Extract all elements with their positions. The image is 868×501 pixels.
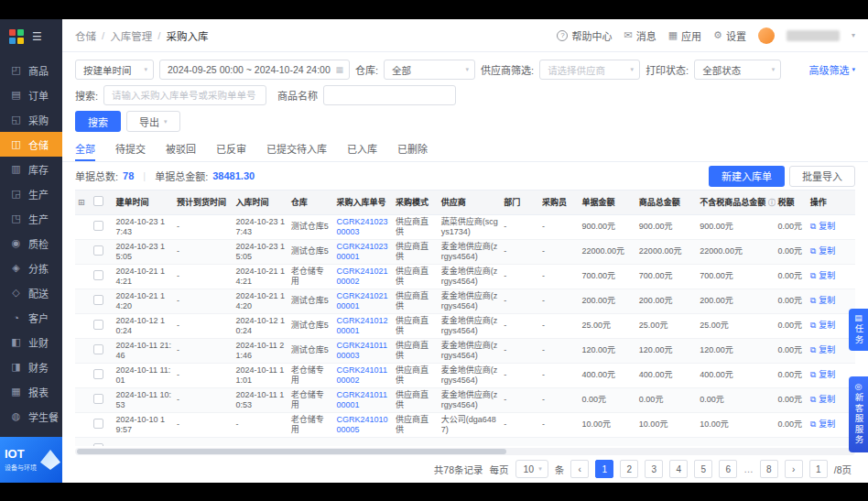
copy-button[interactable]: ⧉复制 (810, 321, 835, 331)
page-button-5[interactable]: 5 (694, 460, 712, 478)
avatar[interactable] (758, 27, 775, 44)
sidebar-item-8[interactable]: ◈分拣 (0, 256, 62, 280)
sidebar-item-5[interactable]: ◲生产 (0, 181, 62, 206)
tab-4[interactable]: 已提交待入库 (266, 137, 327, 161)
advanced-filter-toggle[interactable]: 高级筛选▾ (808, 62, 855, 77)
customer-service-tab[interactable]: ◎ 新客服服务 (849, 376, 868, 452)
sidebar-item-12[interactable]: ◨财务 (0, 354, 62, 379)
copy-button[interactable]: ⧉复制 (810, 345, 835, 355)
row-checkbox[interactable] (93, 369, 103, 379)
inbound-order-link[interactable]: CGRK24102300001 (337, 242, 388, 261)
sidebar-item-0[interactable]: ◰商品 (0, 58, 62, 82)
row-checkbox[interactable] (93, 394, 103, 404)
copy-button[interactable]: ⧉复制 (810, 271, 835, 281)
sidebar-item-14[interactable]: ◍学生餐 (0, 404, 62, 429)
next-page-button[interactable]: › (785, 460, 803, 478)
inbound-order-link[interactable]: CGRK241010 (337, 444, 388, 446)
export-button[interactable]: 导出▾ (126, 111, 180, 132)
apps-button[interactable]: ▦ 应用 (668, 28, 701, 43)
messages-button[interactable]: ✉ 消息 (624, 28, 656, 43)
copy-button[interactable]: ⧉复制 (810, 395, 835, 405)
select-all-checkbox[interactable] (93, 196, 103, 206)
inbound-order-link[interactable]: CGRK24102300003 (337, 217, 388, 236)
tab-6[interactable]: 已删除 (397, 137, 428, 161)
tab-0[interactable]: 全部 (75, 137, 95, 161)
table-row: 2024-10-11 11:01-2024-10-11 11:01老仓储专用CG… (75, 363, 855, 387)
supplier-select[interactable]: 请选择供应商▾ (539, 60, 640, 80)
page-button-4[interactable]: 4 (669, 460, 688, 478)
main-area: 仓储 / 入库管理 / 采购入库 ? 帮助中心 ✉ 消息 ▦ 应用 (62, 19, 868, 483)
row-checkbox[interactable] (93, 221, 103, 231)
sidebar-item-3[interactable]: ◫仓储 (0, 132, 62, 157)
warehouse-select[interactable]: 全部▾ (384, 60, 475, 80)
letterbox-top (0, 0, 868, 19)
sidebar-item-10[interactable]: ◔客户 (0, 305, 62, 330)
sidebar-item-11[interactable]: ◧业财 (0, 330, 62, 354)
inbound-order-link[interactable]: CGRK24101100002 (337, 365, 387, 385)
page-button-1[interactable]: 1 (595, 460, 613, 478)
tab-1[interactable]: 待提交 (115, 137, 146, 161)
scrollbar-thumb[interactable] (77, 449, 506, 454)
row-checkbox[interactable] (93, 245, 103, 256)
task-panel-tab[interactable]: ▤ 任务 (849, 309, 868, 351)
inbound-order-link[interactable]: CGRK24102100002 (337, 267, 388, 286)
tab-3[interactable]: 已反审 (216, 137, 246, 161)
row-checkbox[interactable] (93, 320, 103, 330)
warehouse-label: 仓库: (355, 62, 378, 77)
print-status-select[interactable]: 全部状态▾ (694, 60, 781, 80)
tab-5[interactable]: 已入库 (347, 137, 377, 161)
sidebar-item-7[interactable]: ◉质检 (0, 231, 62, 256)
task-icon: ▤ (854, 313, 863, 322)
finance-icon: ◨ (10, 361, 22, 373)
settings-button[interactable]: ⚙ 设置 (713, 28, 746, 43)
copy-button[interactable]: ⧉复制 (810, 246, 835, 256)
inventory-icon: ▥ (10, 163, 22, 175)
row-checkbox[interactable] (93, 344, 103, 354)
search-button[interactable]: 搜索 (75, 111, 121, 132)
inbound-order-link[interactable]: CGRK24101200001 (337, 316, 388, 335)
page-jump-input[interactable]: 1 (809, 460, 828, 478)
sidebar-item-13[interactable]: ▦报表 (0, 379, 62, 404)
inbound-order-link[interactable]: CGRK24101000005 (337, 415, 388, 434)
page-button-3[interactable]: 3 (645, 460, 663, 478)
page-button-8[interactable]: 8 (760, 460, 778, 478)
bulk-import-button[interactable]: 批量导入 (789, 166, 855, 187)
tab-2[interactable]: 被驳回 (166, 137, 196, 161)
sidebar-item-4[interactable]: ▥库存 (0, 157, 62, 181)
sidebar-item-6[interactable]: ◳生产 (0, 206, 62, 231)
help-center-button[interactable]: ? 帮助中心 (557, 28, 612, 43)
copy-button[interactable]: ⧉复制 (810, 222, 835, 232)
time-field-select[interactable]: 按建单时间▾ (75, 60, 154, 80)
user-menu-caret-icon[interactable]: ▾ (852, 31, 855, 39)
row-checkbox[interactable] (93, 270, 103, 280)
breadcrumb-root[interactable]: 仓储 (75, 28, 96, 43)
prev-page-button[interactable]: ‹ (570, 460, 589, 478)
sidebar-item-1[interactable]: ▤订单 (0, 82, 62, 107)
chevron-down-icon: ▾ (631, 66, 635, 73)
row-checkbox[interactable] (93, 419, 103, 429)
page-size-select[interactable]: 10▾ (515, 460, 548, 478)
menu-toggle-icon[interactable]: ☰ (32, 30, 42, 43)
iot-banner[interactable]: IOT 设备与环境 (0, 437, 62, 483)
row-checkbox[interactable] (93, 443, 103, 446)
page-button-2[interactable]: 2 (620, 460, 638, 478)
horizontal-scrollbar[interactable] (75, 448, 855, 455)
inbound-order-link[interactable]: CGRK24102100001 (337, 291, 388, 310)
sidebar-item-2[interactable]: ◱采购 (0, 107, 62, 132)
inbound-order-link[interactable]: CGRK24101100003 (337, 341, 387, 360)
header-actions: ? 帮助中心 ✉ 消息 ▦ 应用 ⚙ 设置 ▾ (557, 27, 855, 44)
date-range-input[interactable]: 2024-09-25 00:00 ~ 2024-10-24 24:00▦ (159, 60, 350, 80)
table-config-icon[interactable]: ⊞ (78, 198, 85, 207)
copy-button[interactable]: ⧉复制 (810, 370, 835, 380)
page-button-6[interactable]: 6 (719, 460, 737, 478)
copy-button[interactable]: ⧉复制 (810, 419, 835, 430)
product-name-input[interactable] (323, 85, 456, 105)
service-icon: ◎ (855, 382, 863, 391)
copy-button[interactable]: ⧉复制 (810, 296, 835, 306)
create-inbound-button[interactable]: 新建入库单 (709, 166, 785, 187)
row-checkbox[interactable] (93, 295, 103, 305)
breadcrumb-parent[interactable]: 入库管理 (110, 28, 152, 43)
order-search-input[interactable] (103, 85, 266, 105)
sidebar-item-9[interactable]: ◇配送 (0, 280, 62, 305)
inbound-order-link[interactable]: CGRK24101100001 (337, 390, 387, 409)
